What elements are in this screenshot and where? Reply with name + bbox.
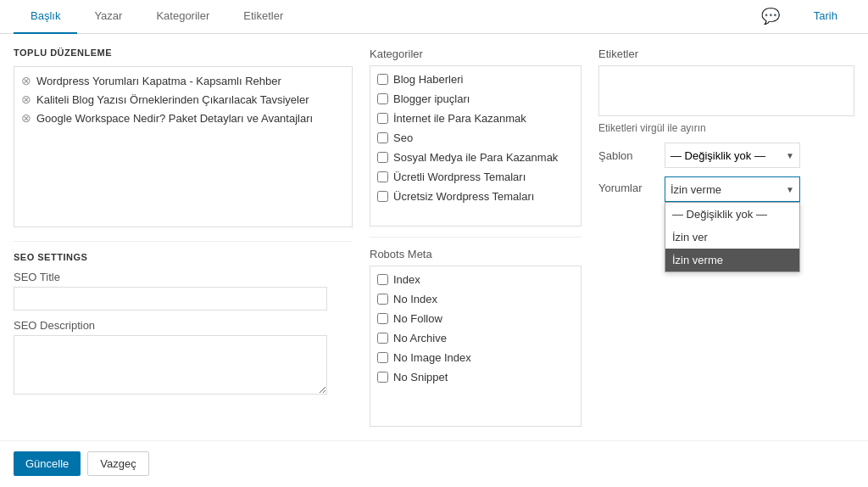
robots-check-3[interactable] xyxy=(377,333,388,344)
yorumlar-chevron-icon: ▼ xyxy=(786,185,794,194)
yorumlar-label: Yorumlar xyxy=(598,182,658,194)
seo-section: SEO SETTINGS SEO Title SEO Description xyxy=(14,252,353,397)
bulk-item-0: Wordpress Yorumları Kapatma - Kapsamlı R… xyxy=(36,75,281,87)
sablon-select-wrapper: — Değişiklik yok — Varsayılan Şablon xyxy=(665,143,800,168)
sablon-row: Şablon — Değişiklik yok — Varsayılan Şab… xyxy=(598,143,854,168)
categories-section: Kategoriler Blog Haberleri Blogger ipuçl… xyxy=(370,48,581,227)
cat-label-3: Seo xyxy=(393,132,413,144)
yorumlar-wrapper: İzin verme ▼ — Değişiklik yok — İzin ver… xyxy=(665,176,800,202)
cat-label-5: Ücretli Wordpress Temaları xyxy=(393,171,526,183)
robots-check-5[interactable] xyxy=(377,372,388,383)
seo-desc-label: SEO Description xyxy=(14,319,353,332)
list-item: No Index xyxy=(377,293,574,305)
list-item: No Archive xyxy=(377,332,574,344)
nav-comment[interactable]: 💬 xyxy=(744,0,797,34)
nav-kategoriler[interactable]: Kategoriler xyxy=(139,0,226,34)
list-item: ⊗ Kaliteli Blog Yazısı Örneklerinden Çık… xyxy=(21,92,345,106)
bulk-item-2: Google Workspace Nedir? Paket Detayları … xyxy=(36,112,313,125)
cat-check-2[interactable] xyxy=(377,113,388,124)
sablon-select[interactable]: — Değişiklik yok — Varsayılan Şablon xyxy=(665,143,800,168)
bulk-edit-section: TOPLU DÜZENLEME ⊗ Wordpress Yorumları Ka… xyxy=(14,48,353,227)
tags-input[interactable] xyxy=(598,65,854,116)
list-item: Ücretli Wordpress Temaları xyxy=(377,171,574,183)
main-content: TOPLU DÜZENLEME ⊗ Wordpress Yorumları Ka… xyxy=(0,34,868,440)
left-column: TOPLU DÜZENLEME ⊗ Wordpress Yorumları Ka… xyxy=(14,48,353,427)
list-item: Blogger ipuçları xyxy=(377,92,574,105)
page-wrapper: Başlık Yazar Kategoriler Etiketler 💬 Tar… xyxy=(0,0,868,487)
bulk-edit-header: TOPLU DÜZENLEME xyxy=(14,48,353,58)
nav-yazar[interactable]: Yazar xyxy=(77,0,139,34)
tags-label: Etiketler xyxy=(598,48,854,60)
divider xyxy=(14,241,353,242)
robots-label-2: No Follow xyxy=(393,312,442,325)
robots-label-0: Index xyxy=(393,273,420,286)
cancel-button[interactable]: Vazgeç xyxy=(87,451,148,476)
robots-header: Robots Meta xyxy=(370,248,581,260)
footer-bar: Güncelle Vazgeç xyxy=(0,440,868,486)
bulk-edit-box[interactable]: ⊗ Wordpress Yorumları Kapatma - Kapsamlı… xyxy=(14,66,353,227)
remove-icon-2[interactable]: ⊗ xyxy=(21,111,31,125)
robots-check-4[interactable] xyxy=(377,352,388,363)
seo-title-input[interactable] xyxy=(14,287,327,311)
dropdown-option-2[interactable]: İzin verme xyxy=(665,249,799,271)
robots-label-1: No Index xyxy=(393,293,437,305)
seo-desc-input[interactable] xyxy=(14,335,327,395)
categories-header: Kategoriler xyxy=(370,48,581,60)
yorumlar-row: Yorumlar İzin verme ▼ — Değişiklik yok —… xyxy=(598,176,854,202)
yorumlar-selected-value: İzin verme xyxy=(670,183,721,196)
cat-check-1[interactable] xyxy=(377,93,388,104)
cat-check-0[interactable] xyxy=(377,74,388,85)
bulk-item-1: Kaliteli Blog Yazısı Örneklerinden Çıkar… xyxy=(36,93,309,106)
list-item: Blog Haberleri xyxy=(377,73,574,86)
cat-check-6[interactable] xyxy=(377,191,388,202)
cat-check-4[interactable] xyxy=(377,152,388,163)
robots-box[interactable]: Index No Index No Follow No Archive xyxy=(370,266,581,427)
list-item: İnternet ile Para Kazanmak xyxy=(377,112,574,125)
chat-icon: 💬 xyxy=(761,7,780,25)
list-item: ⊗ Google Workspace Nedir? Paket Detaylar… xyxy=(21,111,345,125)
right-column: Etiketler Etiketleri virgül ile ayırın Ş… xyxy=(598,48,854,427)
nav-etiketler[interactable]: Etiketler xyxy=(226,0,300,34)
cat-check-3[interactable] xyxy=(377,132,388,143)
list-item: ⊗ Wordpress Yorumları Kapatma - Kapsamlı… xyxy=(21,74,345,87)
remove-icon-1[interactable]: ⊗ xyxy=(21,92,31,106)
cat-label-0: Blog Haberleri xyxy=(393,73,463,86)
tags-section: Etiketler Etiketleri virgül ile ayırın xyxy=(598,48,854,134)
divider2 xyxy=(370,237,581,238)
list-item: No Follow xyxy=(377,312,574,325)
robots-check-2[interactable] xyxy=(377,313,388,324)
robots-section: Robots Meta Index No Index No Follow xyxy=(370,248,581,427)
yorumlar-select[interactable]: İzin verme ▼ xyxy=(665,176,800,202)
cat-label-2: İnternet ile Para Kazanmak xyxy=(393,112,526,125)
categories-box[interactable]: Blog Haberleri Blogger ipuçları İnternet… xyxy=(370,65,581,227)
list-item: Seo xyxy=(377,132,574,144)
robots-label-4: No Image Index xyxy=(393,351,471,364)
seo-header: SEO SETTINGS xyxy=(14,252,353,262)
list-item: Sosyal Medya ile Para Kazanmak xyxy=(377,151,574,164)
dropdown-option-0[interactable]: — Değişiklik yok — xyxy=(665,203,799,226)
mid-column: Kategoriler Blog Haberleri Blogger ipuçl… xyxy=(370,48,581,427)
sablon-label: Şablon xyxy=(598,149,658,162)
dropdown-option-1[interactable]: İzin ver xyxy=(665,226,799,249)
nav-baslik[interactable]: Başlık xyxy=(14,0,77,34)
nav-tarih[interactable]: Tarih xyxy=(797,0,854,34)
top-nav: Başlık Yazar Kategoriler Etiketler 💬 Tar… xyxy=(0,0,868,34)
cat-check-5[interactable] xyxy=(377,171,388,182)
seo-title-label: SEO Title xyxy=(14,271,353,283)
list-item: Ücretsiz Wordpress Temaları xyxy=(377,190,574,203)
list-item: No Image Index xyxy=(377,351,574,364)
remove-icon-0[interactable]: ⊗ xyxy=(21,74,31,87)
cat-label-1: Blogger ipuçları xyxy=(393,92,470,105)
list-item: Index xyxy=(377,273,574,286)
save-button[interactable]: Güncelle xyxy=(14,451,81,476)
cat-label-4: Sosyal Medya ile Para Kazanmak xyxy=(393,151,558,164)
robots-label-3: No Archive xyxy=(393,332,447,344)
cat-label-6: Ücretsiz Wordpress Temaları xyxy=(393,190,534,203)
robots-check-1[interactable] xyxy=(377,294,388,305)
yorumlar-dropdown: — Değişiklik yok — İzin ver İzin verme xyxy=(665,202,800,272)
robots-check-0[interactable] xyxy=(377,274,388,285)
list-item: No Snippet xyxy=(377,371,574,383)
robots-label-5: No Snippet xyxy=(393,371,448,383)
tags-hint: Etiketleri virgül ile ayırın xyxy=(598,122,854,134)
